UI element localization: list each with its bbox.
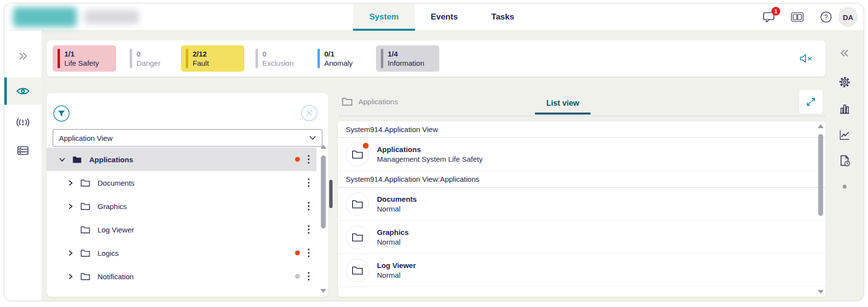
user-avatar[interactable]: DA [838, 7, 858, 27]
scroll-thumb[interactable] [321, 155, 326, 229]
bar-chart-icon [839, 103, 851, 115]
scroll-down-arrow[interactable] [320, 289, 326, 293]
scheduled-reports-button[interactable] [839, 154, 851, 167]
sidebar-item-monitoring[interactable] [4, 77, 41, 105]
list-item-applications[interactable]: Applications Management System Life Safe… [338, 138, 826, 171]
help-icon[interactable]: ? [820, 11, 832, 23]
scroll-up-arrow[interactable] [818, 124, 824, 128]
system-tree: Applications Documents [47, 148, 316, 288]
life-safety-count: 1/1 [64, 49, 99, 58]
item-avatar [346, 192, 369, 216]
danger-color-bar [130, 49, 132, 68]
speaker-muted-icon [799, 53, 813, 64]
list-item-log-viewer[interactable]: Log Viewer Normal [338, 254, 826, 287]
tree-row-logics[interactable]: Logics [47, 241, 316, 265]
list-item-graphics[interactable]: Graphics Normal [338, 221, 826, 254]
messages-icon[interactable]: 1 [762, 11, 776, 23]
tree-row-label: Logics [98, 249, 118, 257]
tree-row-graphics[interactable]: Graphics [47, 194, 316, 218]
scroll-up-arrow[interactable] [320, 145, 326, 149]
tab-tasks[interactable]: Tasks [473, 3, 532, 31]
anomaly-label: Anomaly [324, 58, 353, 68]
reports-button[interactable] [839, 103, 851, 115]
rail-indicator-dot [843, 185, 847, 189]
tab-tasks-label: Tasks [492, 12, 514, 22]
expand-diagonal-icon [805, 96, 817, 108]
trends-button[interactable] [839, 129, 851, 141]
row-menu-button[interactable] [308, 155, 310, 164]
item-avatar [346, 143, 369, 166]
tree-row-label: Applications [89, 155, 133, 164]
settings-button[interactable] [838, 76, 851, 89]
tree-row-documents[interactable]: Documents [47, 171, 316, 194]
view-selector-dropdown[interactable]: Application View [53, 129, 322, 147]
expand-sidebar-button[interactable] [4, 42, 41, 70]
list-scrollbar[interactable] [817, 124, 825, 294]
chevron-right-icon[interactable] [67, 273, 74, 280]
list-view-label: List view [546, 99, 579, 108]
summary-chip-exclusion[interactable]: 0 Exclusion [251, 45, 294, 72]
panel-splitter-handle[interactable] [329, 180, 333, 208]
avatar-initials: DA [843, 13, 853, 21]
row-menu-button[interactable] [308, 225, 310, 234]
summary-chip-life-safety[interactable]: 1/1 Life Safety [53, 45, 116, 72]
row-menu-button[interactable] [308, 178, 310, 187]
sidebar-item-servers[interactable] [4, 137, 41, 164]
summary-chip-anomaly[interactable]: 0/1 Anomaly [313, 45, 353, 72]
layout-columns-icon[interactable] [790, 12, 804, 23]
chevron-down-icon[interactable] [59, 156, 65, 163]
folder-icon [80, 226, 90, 234]
folder-icon [342, 97, 353, 106]
exclusion-color-bar [256, 49, 258, 68]
tree-row-notification[interactable]: Notification [47, 265, 316, 288]
active-tab-underline [353, 29, 415, 31]
tree-row-log-viewer[interactable]: Log Viewer [47, 218, 316, 241]
list-view-panel: System914.Application View Applications … [338, 121, 826, 297]
clear-filter-button[interactable] [301, 105, 317, 121]
event-dot-red [363, 143, 369, 149]
row-menu-button[interactable] [308, 202, 310, 211]
list-item-documents[interactable]: Documents Normal [338, 188, 826, 221]
tree-row-applications[interactable]: Applications [47, 148, 316, 171]
event-dot-gray [295, 274, 300, 279]
chevron-right-icon[interactable] [67, 180, 74, 186]
top-bar: System Events Tasks 1 [4, 3, 864, 31]
list-view-underline [535, 113, 591, 115]
collapse-panel-button[interactable] [839, 48, 850, 58]
chevron-right-icon[interactable] [67, 250, 74, 256]
expand-panel-button[interactable] [799, 90, 823, 114]
danger-label: Danger [137, 58, 160, 68]
trend-line-icon [839, 129, 851, 141]
danger-count: 0 [137, 49, 160, 58]
summary-chip-danger[interactable]: 0 Danger [125, 45, 160, 72]
summary-chip-information[interactable]: 1/4 Information [376, 45, 439, 72]
sidebar-item-alarms[interactable] [4, 109, 41, 136]
close-icon [301, 105, 317, 121]
folder-icon [80, 202, 90, 211]
brand-logo [13, 7, 77, 27]
tree-scrollbar[interactable] [319, 145, 327, 293]
chevron-right-icon[interactable] [67, 203, 74, 210]
tab-list-view[interactable]: List view [532, 93, 593, 114]
mute-sound-button[interactable] [799, 53, 813, 64]
exclusion-count: 0 [262, 49, 294, 58]
scroll-thumb[interactable] [818, 134, 823, 216]
item-title: Log Viewer [377, 261, 416, 270]
summary-chip-fault[interactable]: 2/12 Fault [181, 45, 244, 72]
tree-row-label: Graphics [98, 202, 127, 211]
breadcrumb[interactable]: Applications [342, 97, 398, 106]
information-count: 1/4 [388, 49, 424, 58]
filter-button[interactable] [53, 105, 70, 122]
tab-system[interactable]: System [353, 3, 415, 31]
scroll-down-arrow[interactable] [818, 290, 824, 294]
folder-icon [352, 199, 363, 209]
item-title: Applications [377, 145, 483, 154]
row-menu-button[interactable] [308, 249, 310, 257]
app-window: System Events Tasks 1 [4, 3, 864, 301]
svg-text:?: ? [824, 13, 828, 21]
item-subtitle: Normal [377, 237, 409, 247]
tree-row-label: Log Viewer [98, 226, 134, 234]
row-menu-button[interactable] [308, 272, 310, 281]
gear-icon [838, 76, 851, 89]
tab-events[interactable]: Events [415, 3, 473, 31]
